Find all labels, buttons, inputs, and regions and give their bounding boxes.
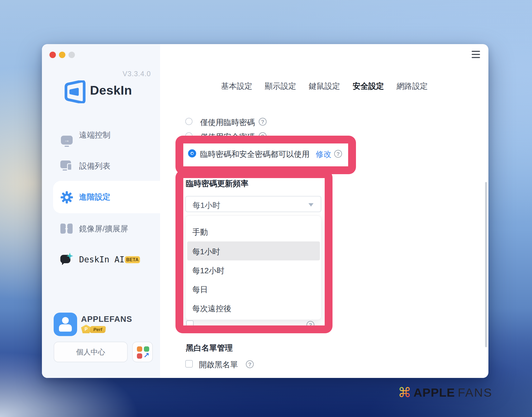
tab-network-settings[interactable]: 網路設定 <box>396 81 428 92</box>
hidden-checkbox[interactable] <box>186 320 194 328</box>
launch-arrow-icon: ↗ <box>143 351 149 360</box>
sidebar-item-label: 鏡像屏/擴展屏 <box>79 224 128 234</box>
radio-secure-password-only-label: 僅使用安全密碼 <box>200 132 255 142</box>
enable-blacklist-checkbox[interactable] <box>185 360 193 368</box>
frequency-select-value: 每1小时 <box>193 200 220 211</box>
gear-icon <box>60 191 74 203</box>
zoom-window-button[interactable] <box>68 52 75 58</box>
deskin-settings-window: V3.3.4.0 DeskIn → 遠端控制 設備列表 <box>42 44 488 378</box>
tab-basic-settings[interactable]: 基本設定 <box>221 81 252 92</box>
sidebar: V3.3.4.0 DeskIn → 遠端控制 設備列表 <box>42 44 160 378</box>
mirror-extend-icon: ↔ <box>60 223 74 235</box>
menu-option-after-each-session[interactable]: 每次遠控後 <box>192 303 231 314</box>
sidebar-item-label: DeskIn AI <box>79 255 125 264</box>
desktop-wallpaper: V3.3.4.0 DeskIn → 遠端控制 設備列表 <box>0 0 532 417</box>
svg-text:⌘: ⌘ <box>398 386 411 399</box>
menu-icon[interactable] <box>472 51 480 58</box>
user-name: APPLEFANS <box>81 315 132 324</box>
menu-option-every-12-hours[interactable]: 每12小时 <box>192 265 224 276</box>
sidebar-item-label: 設備列表 <box>79 161 110 171</box>
sidebar-item-mirror-extend[interactable]: ↔ 鏡像屏/擴展屏 <box>42 221 160 237</box>
launcher-orange-square <box>137 346 142 352</box>
menu-option-every-1-hour[interactable]: 每1小时 <box>192 246 220 257</box>
frequency-select[interactable]: 每1小时 <box>185 196 321 212</box>
radio-temp-password-only-label: 僅使用臨時密碼 <box>200 117 255 128</box>
radio-temp-password-only[interactable] <box>185 118 193 125</box>
radio-both-passwords[interactable] <box>188 149 196 157</box>
help-icon[interactable]: ? <box>259 132 267 140</box>
blacklist-section-heading: 黑白名單管理 <box>186 343 233 353</box>
plan-perf-badge: Perf <box>90 326 106 333</box>
help-icon[interactable]: ? <box>259 118 267 126</box>
settings-tabs: 基本設定 顯示設定 鍵鼠設定 安全設定 網路設定 <box>221 81 428 92</box>
temp-password-frequency-label: 臨時密碼更新頻率 <box>186 178 248 189</box>
sidebar-item-device-list[interactable]: 設備列表 <box>42 158 160 174</box>
sidebar-item-advanced-settings[interactable]: 進階設定 <box>42 189 160 205</box>
menu-option-daily[interactable]: 每日 <box>192 284 208 295</box>
user-avatar[interactable] <box>54 313 77 336</box>
help-icon[interactable]: ? <box>307 321 314 329</box>
radio-both-passwords-label: 臨時密碼和安全密碼都可以使用 <box>200 149 310 160</box>
app-launcher-button[interactable]: ↗ <box>132 342 153 362</box>
radio-secure-password-only[interactable] <box>185 132 193 140</box>
modify-link[interactable]: 修改 <box>316 149 331 160</box>
tab-keyboard-mouse-settings[interactable]: 鍵鼠設定 <box>309 81 340 92</box>
watermark-apple-text: APPLE <box>414 386 455 399</box>
sidebar-item-label: 遠端控制 <box>79 130 110 140</box>
sidebar-item-deskin-ai[interactable]: DeskIn AI <box>42 251 160 268</box>
menu-option-manual[interactable]: 手動 <box>192 227 208 238</box>
beta-badge: BETA <box>125 256 140 263</box>
tab-display-settings[interactable]: 顯示設定 <box>265 81 296 92</box>
help-icon[interactable]: ? <box>246 360 254 368</box>
device-list-icon <box>60 160 74 172</box>
help-icon[interactable]: ? <box>334 150 342 158</box>
app-version: V3.3.4.0 <box>89 70 151 78</box>
avatar-person-icon <box>62 317 69 324</box>
deskin-logo-icon <box>62 80 87 103</box>
enable-blacklist-label: 開啟黑名單 <box>199 360 238 370</box>
personal-center-button[interactable]: 個人中心 <box>54 342 128 362</box>
close-window-button[interactable] <box>49 52 56 58</box>
chevron-down-icon <box>308 203 314 207</box>
brand-name: DeskIn <box>90 83 132 98</box>
tab-security-settings[interactable]: 安全設定 <box>353 81 384 92</box>
command-rainbow-icon: ⌘ <box>398 386 411 399</box>
frequency-dropdown-menu: 手動 每1小时 每12小时 每日 每次遠控後 <box>185 215 321 320</box>
launcher-red-square <box>137 353 142 359</box>
scrollbar-thumb[interactable] <box>485 182 487 347</box>
deskin-ai-icon <box>60 253 74 265</box>
applefans-watermark: ⌘ APPLE FANS <box>398 386 493 399</box>
sidebar-item-remote-control[interactable]: → 遠端控制 <box>42 127 160 143</box>
sidebar-item-label: 進階設定 <box>79 192 110 202</box>
watermark-fans-text: FANS <box>458 386 492 399</box>
plan-p-badge: P <box>81 325 91 333</box>
minimize-window-button[interactable] <box>59 52 65 58</box>
